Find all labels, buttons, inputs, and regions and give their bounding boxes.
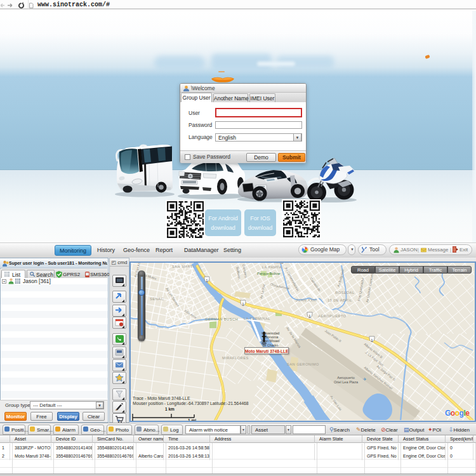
svg-text:1 mi: 1 mi bbox=[188, 418, 196, 421]
svg-text:1 km: 1 km bbox=[165, 407, 175, 411]
